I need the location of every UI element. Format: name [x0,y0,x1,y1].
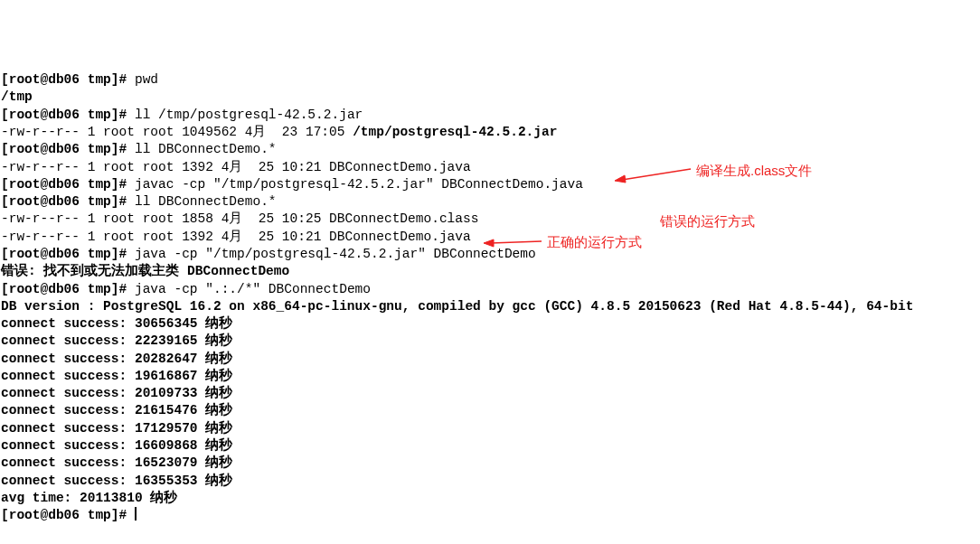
prompt: [root@db06 tmp]# [1,142,127,156]
svg-line-0 [622,169,691,180]
prompt: [root@db06 tmp]# [1,247,127,261]
annotation-compile: 编译生成.class文件 [696,162,812,180]
output: connect success: 17129570 纳秒 [1,421,232,436]
output: connect success: 19616867 纳秒 [1,369,232,383]
prompt: [root@db06 tmp]# [1,177,127,192]
svg-marker-3 [484,239,494,247]
output: -rw-r--r-- 1 root root 1392 4月 25 10:21 … [1,160,471,174]
output: avg time: 20113810 纳秒 [1,491,177,505]
prompt: [root@db06 tmp]# [1,72,127,87]
output-error: 错误: 找不到或无法加载主类 DBConnectDemo [1,264,289,278]
prompt: [root@db06 tmp]# [1,194,127,209]
prompt: [root@db06 tmp]# [1,282,127,296]
output: connect success: 22239165 纳秒 [1,333,232,348]
prompt: [root@db06 tmp]# [1,508,127,522]
cmd: javac -cp "/tmp/postgresql-42.5.2.jar" D… [135,177,583,192]
cmd: java -cp "/tmp/postgresql-42.5.2.jar" DB… [135,247,536,261]
output: -rw-r--r-- 1 root root 1858 4月 25 10:25 … [1,211,478,226]
arrow-icon [615,165,696,182]
cursor [135,507,137,521]
output: connect success: 16523079 纳秒 [1,455,232,470]
output: connect success: 16355353 纳秒 [1,474,232,488]
output: /tmp [1,89,33,104]
terminal[interactable]: [root@db06 tmp]# pwd /tmp [root@db06 tmp… [1,71,979,524]
output: -rw-r--r-- 1 root root 1049562 4月 23 17:… [1,125,557,139]
output: DB version : PostgreSQL 16.2 on x86_64-p… [1,299,913,314]
cmd: pwd [135,72,158,87]
output: connect success: 20109733 纳秒 [1,386,232,400]
output: connect success: 20282647 纳秒 [1,352,232,366]
cmd: ll /tmp/postgresql-42.5.2.jar [135,108,363,122]
output: connect success: 16609868 纳秒 [1,438,232,453]
annotation-wrong: 错误的运行方式 [660,212,755,230]
svg-line-2 [491,241,542,243]
svg-marker-1 [615,175,626,183]
output: -rw-r--r-- 1 root root 1392 4月 25 10:21 … [1,230,471,244]
output: connect success: 30656345 纳秒 [1,316,232,331]
prompt: [root@db06 tmp]# [1,108,127,122]
annotation-right: 正确的运行方式 [547,233,642,251]
output: connect success: 21615476 纳秒 [1,403,232,417]
arrow-icon [484,236,547,249]
cmd: ll DBConnectDemo.* [135,194,277,209]
cmd: ll DBConnectDemo.* [135,142,277,156]
cmd: java -cp ".:./*" DBConnectDemo [135,282,371,296]
